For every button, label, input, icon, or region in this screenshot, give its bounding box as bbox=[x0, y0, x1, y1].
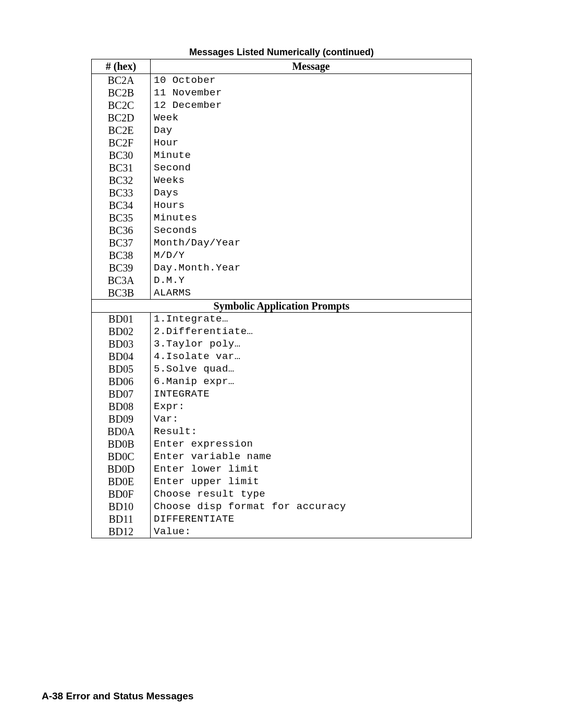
message-text: Enter variable name bbox=[151, 450, 472, 463]
message-text: 3.Taylor poly… bbox=[151, 338, 472, 350]
table-caption: Messages Listed Numerically (continued) bbox=[42, 47, 521, 58]
hex-code: BD11 bbox=[92, 513, 151, 525]
table-row: BD07INTEGRATE bbox=[92, 388, 472, 400]
message-text: Hour bbox=[151, 137, 472, 149]
hex-code: BD09 bbox=[92, 413, 151, 425]
table-row: BC2B11 November bbox=[92, 87, 472, 99]
hex-code: BD0F bbox=[92, 488, 151, 500]
hex-code: BC2E bbox=[92, 124, 151, 137]
table-row: BD0BEnter expression bbox=[92, 438, 472, 450]
table-row: BD044.Isolate var… bbox=[92, 350, 472, 363]
hex-code: BC3B bbox=[92, 287, 151, 300]
message-text: Result: bbox=[151, 425, 472, 438]
table-row: BD10Choose disp format for accuracy bbox=[92, 500, 472, 513]
section-header-row: Symbolic Application Prompts bbox=[92, 300, 472, 313]
table-row: BD033.Taylor poly… bbox=[92, 338, 472, 350]
hex-code: BC34 bbox=[92, 199, 151, 212]
hex-code: BD07 bbox=[92, 388, 151, 400]
table-row: BC33Days bbox=[92, 187, 472, 199]
table-row: BC38M/D/Y bbox=[92, 249, 472, 262]
table-row: BD011.Integrate… bbox=[92, 313, 472, 326]
hex-code: BC35 bbox=[92, 212, 151, 224]
table-row: BC2DWeek bbox=[92, 112, 472, 124]
hex-code: BC39 bbox=[92, 262, 151, 274]
message-text: Seconds bbox=[151, 224, 472, 237]
message-text: Value: bbox=[151, 525, 472, 538]
message-text: Enter upper limit bbox=[151, 475, 472, 488]
table-row: BC37Month/Day/Year bbox=[92, 237, 472, 249]
table-row: BD066.Manip expr… bbox=[92, 375, 472, 388]
hex-code: BC30 bbox=[92, 149, 151, 162]
message-text: Minutes bbox=[151, 212, 472, 224]
hex-code: BC2B bbox=[92, 87, 151, 99]
hex-code: BC38 bbox=[92, 249, 151, 262]
message-text: Choose disp format for accuracy bbox=[151, 500, 472, 513]
table-row: BD11DIFFERENTIATE bbox=[92, 513, 472, 525]
message-text: 5.Solve quad… bbox=[151, 363, 472, 375]
hex-code: BC37 bbox=[92, 237, 151, 249]
message-text: Enter expression bbox=[151, 438, 472, 450]
table-row: BD0FChoose result type bbox=[92, 488, 472, 500]
message-text: ALARMS bbox=[151, 287, 472, 300]
hex-code: BC2F bbox=[92, 137, 151, 149]
messages-table: # (hex) Message BC2A10 OctoberBC2B11 Nov… bbox=[91, 59, 472, 538]
message-text: 6.Manip expr… bbox=[151, 375, 472, 388]
hex-code: BC36 bbox=[92, 224, 151, 237]
hex-code: BD0D bbox=[92, 463, 151, 475]
hex-code: BD10 bbox=[92, 500, 151, 513]
table-row: BC35Minutes bbox=[92, 212, 472, 224]
page-content: Messages Listed Numerically (continued) … bbox=[0, 0, 563, 538]
message-text: Enter lower limit bbox=[151, 463, 472, 475]
message-text: Month/Day/Year bbox=[151, 237, 472, 249]
message-text: D.M.Y bbox=[151, 274, 472, 287]
table-row: BC2FHour bbox=[92, 137, 472, 149]
message-text: 2.Differentiate… bbox=[151, 325, 472, 338]
section-title: Symbolic Application Prompts bbox=[92, 300, 472, 313]
message-text: Day.Month.Year bbox=[151, 262, 472, 274]
message-text: 10 October bbox=[151, 74, 472, 87]
message-text: 4.Isolate var… bbox=[151, 350, 472, 363]
header-message: Message bbox=[151, 59, 472, 74]
table-row: BD0DEnter lower limit bbox=[92, 463, 472, 475]
message-text: INTEGRATE bbox=[151, 388, 472, 400]
table-row: BD0EEnter upper limit bbox=[92, 475, 472, 488]
table-row: BC34Hours bbox=[92, 199, 472, 212]
hex-code: BD03 bbox=[92, 338, 151, 350]
table-row: BC2EDay bbox=[92, 124, 472, 137]
hex-code: BD12 bbox=[92, 525, 151, 538]
message-text: Hours bbox=[151, 199, 472, 212]
table-row: BD09Var: bbox=[92, 413, 472, 425]
table-row: BC3AD.M.Y bbox=[92, 274, 472, 287]
table-row: BC3BALARMS bbox=[92, 287, 472, 300]
message-text: DIFFERENTIATE bbox=[151, 513, 472, 525]
table-row: BD0CEnter variable name bbox=[92, 450, 472, 463]
message-text: 12 December bbox=[151, 99, 472, 112]
hex-code: BC32 bbox=[92, 174, 151, 187]
table-row: BC2C12 December bbox=[92, 99, 472, 112]
hex-code: BC31 bbox=[92, 162, 151, 174]
table-row: BD022.Differentiate… bbox=[92, 325, 472, 338]
hex-code: BD08 bbox=[92, 400, 151, 413]
message-text: Expr: bbox=[151, 400, 472, 413]
hex-code: BC33 bbox=[92, 187, 151, 199]
hex-code: BD0E bbox=[92, 475, 151, 488]
table-row: BC2A10 October bbox=[92, 74, 472, 87]
hex-code: BD01 bbox=[92, 313, 151, 326]
hex-code: BC2A bbox=[92, 74, 151, 87]
table-row: BC36Seconds bbox=[92, 224, 472, 237]
table-header-row: # (hex) Message bbox=[92, 59, 472, 74]
table-row: BD055.Solve quad… bbox=[92, 363, 472, 375]
hex-code: BD0B bbox=[92, 438, 151, 450]
hex-code: BC2D bbox=[92, 112, 151, 124]
table-row: BD08Expr: bbox=[92, 400, 472, 413]
hex-code: BC2C bbox=[92, 99, 151, 112]
hex-code: BD06 bbox=[92, 375, 151, 388]
header-hex: # (hex) bbox=[92, 59, 151, 74]
message-text: 1.Integrate… bbox=[151, 313, 472, 326]
message-text: Day bbox=[151, 124, 472, 137]
message-text: M/D/Y bbox=[151, 249, 472, 262]
table-row: BD0AResult: bbox=[92, 425, 472, 438]
message-text: Var: bbox=[151, 413, 472, 425]
table-row: BC31Second bbox=[92, 162, 472, 174]
hex-code: BD0C bbox=[92, 450, 151, 463]
